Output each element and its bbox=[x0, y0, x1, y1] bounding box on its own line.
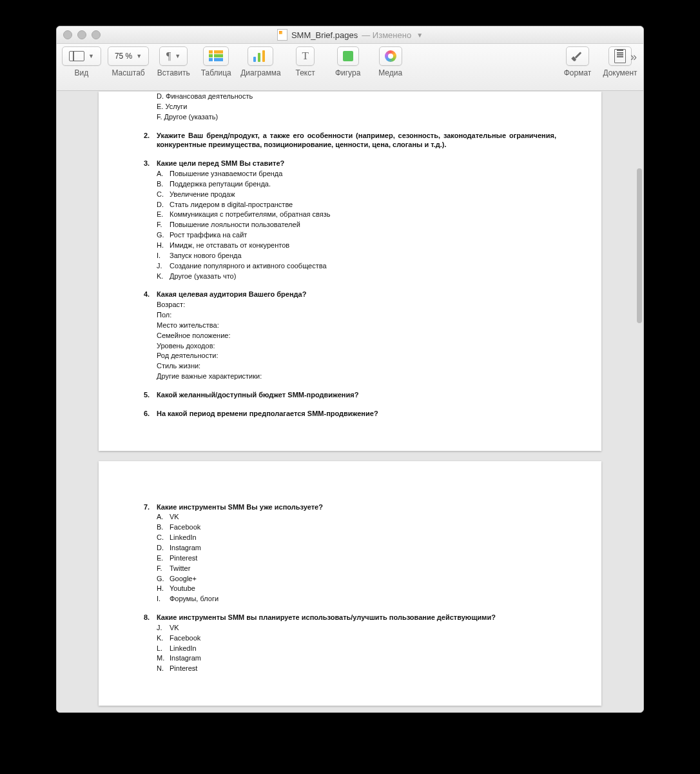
list-letter: B. bbox=[157, 522, 170, 532]
list-text: Коммуникация с потребителями, обратная с… bbox=[170, 210, 331, 219]
media-button[interactable] bbox=[379, 46, 402, 66]
list-letter: I. bbox=[157, 594, 170, 604]
close-icon[interactable] bbox=[63, 30, 72, 39]
window-title[interactable]: SMM_Brief.pages — Изменено ▼ bbox=[277, 29, 423, 41]
chart-button[interactable] bbox=[248, 46, 273, 66]
list-text: Pinterest bbox=[170, 664, 197, 673]
question-7: 7. Какие инструменты SMM Вы уже использу… bbox=[144, 502, 556, 512]
list-letter: J. bbox=[157, 261, 170, 271]
document-label: Документ bbox=[603, 68, 637, 77]
list-text: Увеличение продаж bbox=[170, 190, 235, 199]
view-icon bbox=[69, 51, 84, 61]
view-button[interactable]: ▼ bbox=[62, 46, 101, 66]
chart-icon bbox=[253, 50, 267, 62]
table-icon bbox=[209, 50, 223, 62]
question-text: Какие цели перед SMM Вы ставите? bbox=[157, 159, 556, 168]
scroll-view[interactable]: D. Финансовая деятельность E. Услуги F. … bbox=[57, 91, 643, 712]
chevron-down-icon: ▼ bbox=[136, 53, 142, 59]
list-text: Пол: bbox=[157, 310, 171, 320]
traffic-lights bbox=[63, 30, 101, 39]
list-item: I.Форумы, блоги bbox=[157, 594, 556, 604]
text-button[interactable]: T bbox=[296, 46, 314, 66]
list-letter: K. bbox=[157, 272, 170, 281]
shape-button[interactable] bbox=[337, 46, 359, 66]
list-item: D. Финансовая деятельность bbox=[157, 92, 556, 101]
titlebar[interactable]: SMM_Brief.pages — Изменено ▼ bbox=[57, 26, 643, 44]
view-label: Вид bbox=[75, 68, 89, 77]
document-icon bbox=[277, 29, 287, 41]
question-text: Какой желанный/доступный бюджет SMM-прод… bbox=[157, 390, 556, 400]
list-item: J.VK bbox=[157, 623, 556, 633]
question-number: 3. bbox=[144, 159, 157, 168]
tool-text: T Текст bbox=[287, 46, 324, 77]
list-item: B.Поддержка репутации бренда. bbox=[157, 179, 556, 189]
zoom-value: 75 % bbox=[115, 52, 132, 61]
document-button[interactable] bbox=[608, 46, 632, 66]
question-number: 4. bbox=[144, 290, 157, 299]
list-text: Instagram bbox=[170, 653, 201, 663]
zoom-button[interactable]: 75 %▼ bbox=[108, 46, 149, 66]
list-letter: E. bbox=[157, 210, 170, 219]
list-item: H.Имидж, не отставать от конкурентов bbox=[157, 241, 556, 250]
list-item: J.Создание популярного и активного сообщ… bbox=[157, 261, 556, 271]
list-text: Twitter bbox=[170, 564, 190, 573]
tool-view: ▼ Вид bbox=[62, 46, 101, 77]
minimize-icon[interactable] bbox=[77, 30, 86, 39]
list-letter: G. bbox=[157, 230, 170, 240]
table-button[interactable] bbox=[203, 46, 229, 66]
list-text: Facebook bbox=[170, 633, 200, 643]
tool-insert: ¶▼ Вставить bbox=[155, 46, 191, 77]
list-text: Youtube bbox=[170, 584, 195, 593]
list-text: Google+ bbox=[170, 574, 197, 584]
shape-label: Фигура bbox=[335, 68, 360, 77]
media-icon bbox=[385, 50, 396, 62]
question-text: На какой период времени предполагается S… bbox=[157, 409, 556, 419]
list-text: Стиль жизни: bbox=[157, 361, 200, 371]
tool-shape: Фигура bbox=[330, 46, 366, 77]
list-letter: F. bbox=[157, 564, 170, 573]
tool-chart: Диаграмма bbox=[240, 46, 280, 77]
document-page[interactable]: 7. Какие инструменты SMM Вы уже использу… bbox=[99, 461, 601, 706]
question-5: 5. Какой желанный/доступный бюджет SMM-п… bbox=[144, 390, 556, 400]
question-number: 2. bbox=[144, 131, 157, 150]
list-letter: G. bbox=[157, 574, 170, 584]
question-number: 7. bbox=[144, 502, 157, 512]
tool-table: Таблица bbox=[198, 46, 234, 77]
list-item: F.Повышение лояльности пользователей bbox=[157, 220, 556, 230]
list-text: Место жительства: bbox=[157, 321, 219, 330]
list-text: Возраст: bbox=[157, 300, 185, 310]
list-letter: A. bbox=[157, 512, 170, 522]
list-item: Пол: bbox=[157, 310, 556, 320]
question-2: 2. Укажите Ваш бренд/продукт, а также ег… bbox=[144, 131, 556, 150]
zoom-icon[interactable] bbox=[92, 30, 101, 39]
list-text: Instagram bbox=[170, 543, 201, 553]
text-label: Текст bbox=[296, 68, 315, 77]
tool-format: Формат bbox=[559, 46, 596, 77]
question-8: 8. Какие инструменты SMM вы планируете и… bbox=[144, 613, 556, 622]
list-item: Другие важные характеристики: bbox=[157, 372, 556, 381]
scrollbar-thumb[interactable] bbox=[637, 168, 642, 323]
overflow-button[interactable]: » bbox=[630, 50, 637, 64]
app-window: SMM_Brief.pages — Изменено ▼ ▼ Вид 75 %▼… bbox=[56, 26, 644, 713]
list-letter: M. bbox=[157, 653, 170, 663]
modified-label: — Изменено bbox=[362, 30, 411, 40]
format-button[interactable] bbox=[566, 46, 589, 66]
document-page[interactable]: D. Финансовая деятельность E. Услуги F. … bbox=[99, 92, 601, 451]
list-letter: C. bbox=[157, 533, 170, 542]
list-text: Другие важные характеристики: bbox=[157, 372, 262, 381]
insert-button[interactable]: ¶▼ bbox=[159, 46, 188, 66]
list-letter: D. bbox=[157, 543, 170, 553]
list-text: Повышение лояльности пользователей bbox=[170, 220, 300, 230]
list-letter: I. bbox=[157, 251, 170, 261]
list-item: Род деятельности: bbox=[157, 351, 556, 361]
question-3: 3. Какие цели перед SMM Вы ставите? bbox=[144, 159, 556, 168]
list-letter: A. bbox=[157, 169, 170, 179]
list-text: Facebook bbox=[170, 522, 200, 532]
tool-zoom: 75 %▼ Масштаб bbox=[108, 46, 149, 77]
list-text: Имидж, не отставать от конкурентов bbox=[170, 241, 289, 250]
list-text: Рост траффика на сайт bbox=[170, 230, 247, 240]
question-text: Укажите Ваш бренд/продукт, а также его о… bbox=[157, 131, 556, 150]
question-4: 4. Какая целевая аудитория Вашего бренда… bbox=[144, 290, 556, 299]
question-text: Какие инструменты SMM вы планируете испо… bbox=[157, 613, 556, 622]
shape-icon bbox=[343, 51, 353, 61]
